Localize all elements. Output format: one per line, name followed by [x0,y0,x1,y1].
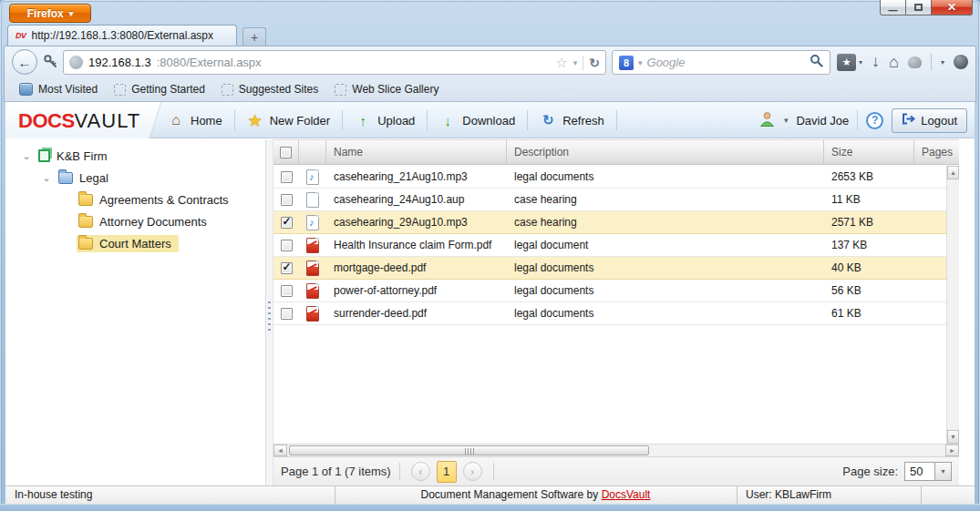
toolbar-refresh-button[interactable]: ↻ Refresh [528,108,616,132]
search-input[interactable]: Google [647,56,805,69]
file-size: 2653 KB [824,170,914,183]
key-icon[interactable] [43,54,58,73]
minimize-button[interactable]: — [880,0,906,15]
docsvault-link[interactable]: DocsVault [602,488,651,501]
toolbar-upload-button[interactable]: ↑ Upload [343,108,427,132]
new-tab-button[interactable]: + [242,27,266,46]
folder-yellow-icon [78,194,93,206]
scroll-left-icon[interactable]: ◄ [273,445,287,456]
browser-chrome: ← 192.168.1.3 :8080/External.aspx ☆ ▾ ↻ … [4,46,976,102]
grid-body: ♪ casehearing_21Aug10.mp3 legal document… [273,166,959,444]
home-page-icon[interactable]: ⌂ [889,53,899,72]
bookmark-most-visited[interactable]: Most Visited [12,80,105,98]
select-all-checkbox[interactable] [280,147,292,158]
vertical-scrollbar[interactable]: ▲ ▼ [946,166,959,444]
tree-item-court-matters[interactable]: Court Matters [5,232,265,254]
description-column-header[interactable]: Description [507,140,824,164]
pdf-file-icon [306,238,319,253]
addon-caret-icon[interactable]: ▾ [941,58,944,66]
bookmark-getting-started[interactable]: Getting Started [107,80,212,98]
logout-button[interactable]: Logout [892,108,967,133]
addon-sphere-icon[interactable] [954,55,968,69]
panel-splitter[interactable] [266,139,273,485]
previous-page-button[interactable]: ‹ [411,462,430,481]
file-row-casehearing-24aug10-aup[interactable]: casehearing_24Aug10.aup case hearing 11 … [273,189,959,211]
current-page-button[interactable]: 1 [437,461,457,483]
toolbar-home-button[interactable]: ⌂ Home [156,108,234,132]
horizontal-scroll-thumb[interactable] [289,445,649,455]
file-row-casehearing-21aug10-mp3[interactable]: ♪ casehearing_21Aug10.mp3 legal document… [273,166,959,189]
bookmarks-caret-icon[interactable]: ▾ [859,58,862,66]
file-name[interactable]: Health Insurance claim Form.pdf [326,239,507,251]
search-bar[interactable]: 8 ▾ Google [612,50,830,75]
pages-column-header[interactable]: Pages [914,140,947,164]
toolbar-new-folder-button[interactable]: ★ New Folder [235,108,342,132]
size-column-header[interactable]: Size [824,140,914,164]
tree-item-label: Court Matters [99,237,171,250]
chevron-down-icon[interactable]: ⌄ [36,172,57,184]
user-icon[interactable] [758,111,776,130]
bookmark-web-slice-gallery[interactable]: Web Slice Gallery [327,80,446,98]
scroll-up-icon[interactable]: ▲ [947,166,959,179]
tree-item-attorney-documents[interactable]: Attorney Documents [5,210,265,232]
file-name[interactable]: power-of-attorney.pdf [326,284,507,297]
firefox-menu-button[interactable]: Firefox ▾ [9,4,91,23]
bookmark-star-icon[interactable]: ☆ [555,55,567,71]
back-button[interactable]: ← [12,49,37,75]
page-size-dropdown-icon[interactable]: ▾ [935,462,952,481]
maximize-button[interactable] [906,0,931,15]
addon-plugin-icon[interactable] [908,56,922,68]
close-button[interactable]: ✕ [931,0,973,15]
bookmarks-panel-icon[interactable]: ★ [837,54,856,71]
next-page-button[interactable]: › [463,462,482,481]
row-checkbox[interactable] [281,171,293,183]
row-checkbox[interactable] [281,285,293,297]
file-grid: Name Description Size Pages ♪ casehearin… [273,139,959,485]
row-checkbox[interactable] [281,194,293,206]
downloads-icon[interactable]: ↓ [872,52,880,71]
file-description: case hearing [507,193,824,206]
tree-item-agreements-contracts[interactable]: Agreements & Contracts [5,189,265,210]
horizontal-scrollbar[interactable]: ◄ ► [273,444,959,456]
scroll-right-icon[interactable]: ► [945,445,959,456]
tree-item-legal[interactable]: ⌄ Legal [5,167,265,189]
file-row-mortgage-deed-pdf[interactable]: mortgage-deed.pdf legal documents 40 KB [273,257,959,280]
file-name[interactable]: casehearing_29Aug10.mp3 [326,216,507,229]
maximize-icon [914,4,923,11]
title-bar[interactable]: Firefox ▾ — ✕ [0,0,980,25]
row-checkbox[interactable] [281,240,293,251]
row-checkbox[interactable] [281,308,293,320]
tree-item-k-b-firm[interactable]: ⌄ K&B Firm [5,145,265,167]
file-name[interactable]: surrender-deed.pdf [326,307,507,320]
chevron-down-icon[interactable]: ⌄ [16,150,36,162]
file-name[interactable]: mortgage-deed.pdf [326,261,507,274]
bookmark-suggested-sites[interactable]: Suggested Sites [214,80,325,98]
url-bar[interactable]: 192.168.1.3 :8080/External.aspx ☆ ▾ ↻ [63,50,606,75]
file-row-surrender-deed-pdf[interactable]: surrender-deed.pdf legal documents 61 KB [273,302,959,325]
url-dropdown-icon[interactable]: ▾ [573,58,578,67]
file-row-power-of-attorney-pdf[interactable]: power-of-attorney.pdf legal documents 56… [273,280,959,302]
globe-icon[interactable] [69,56,83,69]
dashed-bookmark-icon [114,84,126,96]
help-button[interactable]: ? [866,112,883,129]
toolbar-download-button[interactable]: ↓ Download [428,108,527,132]
reload-icon[interactable]: ↻ [589,56,600,70]
file-size: 11 KB [824,193,914,206]
file-row-casehearing-29aug10-mp3[interactable]: ♪ casehearing_29Aug10.mp3 case hearing 2… [273,211,959,234]
user-caret-icon[interactable]: ▾ [784,116,789,125]
file-size: 61 KB [824,307,914,320]
row-checkbox[interactable] [281,217,293,229]
file-row-health-insurance-claim-form-pdf[interactable]: Health Insurance claim Form.pdf legal do… [273,234,959,257]
browser-tab-external-aspx[interactable]: DV http://192.168.1.3:8080/External.aspx [7,25,237,46]
scroll-down-icon[interactable]: ▼ [947,430,959,444]
google-icon[interactable]: 8 [619,56,634,70]
page-size-select[interactable]: 50 [904,462,935,481]
row-checkbox[interactable] [281,262,293,274]
file-name[interactable]: casehearing_24Aug10.aup [326,193,507,206]
file-name[interactable]: casehearing_21Aug10.mp3 [326,170,507,183]
name-column-header[interactable]: Name [326,140,507,164]
docsvault-logo: DOCSVAULT [18,109,140,133]
search-magnifier-icon[interactable] [810,54,823,71]
icon-column-header[interactable] [299,140,326,164]
search-engine-dropdown-icon[interactable]: ▾ [638,58,643,67]
